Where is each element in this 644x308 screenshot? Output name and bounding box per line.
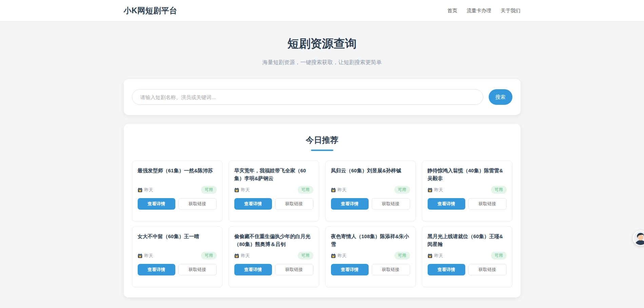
- drama-meta: 昨天 可用: [234, 252, 313, 259]
- status-badge: 可用: [201, 252, 217, 259]
- calendar-icon: [331, 188, 336, 192]
- drama-title: 夜色寄情人（108集）陈添祥&朱小雪: [331, 232, 410, 248]
- calendar-icon: [138, 253, 142, 258]
- get-link-button[interactable]: 获取链接: [372, 198, 410, 210]
- drama-title: 静待惊鸿入翁慌（40集）陈雷雷&吴毅非: [428, 167, 507, 182]
- top-navbar: 小K网短剧平台 首页 流量卡办理 关于我们: [0, 0, 644, 21]
- status-badge: 可用: [394, 252, 410, 259]
- hero-section: 短剧资源查询 海量短剧资源，一键搜索获取，让短剧搜索更简单: [0, 21, 644, 66]
- drama-meta: 昨天 可用: [234, 186, 313, 194]
- drama-actions: 查看详情 获取链接: [234, 198, 313, 210]
- calendar-icon: [331, 253, 336, 258]
- drama-date: 昨天: [241, 187, 250, 193]
- page-title: 短剧资源查询: [0, 36, 644, 52]
- drama-actions: 查看详情 获取链接: [428, 264, 507, 275]
- view-detail-button[interactable]: 查看详情: [331, 264, 369, 275]
- drama-date: 昨天: [338, 253, 347, 259]
- drama-card: 最强发型师（61集）一然&陈沛苏 昨天 可用 查看详情 获取链接: [132, 160, 222, 222]
- drama-grid: 最强发型师（61集）一然&陈沛苏 昨天 可用 查看详情 获取链接 旱灾荒年，我福…: [132, 160, 512, 287]
- drama-card: 女大不中留（60集）王一晴 昨天 可用 查看详情 获取链接: [132, 226, 222, 287]
- drama-meta: 昨天 可用: [138, 252, 217, 259]
- title-underline: [311, 150, 333, 151]
- recommend-title: 今日推荐: [132, 135, 512, 146]
- get-link-button[interactable]: 获取链接: [275, 198, 313, 210]
- get-link-button[interactable]: 获取链接: [468, 264, 507, 275]
- status-badge: 可用: [491, 186, 507, 194]
- drama-actions: 查看详情 获取链接: [138, 264, 217, 275]
- drama-card: 旱灾荒年，我福娃带飞全家（60集）李明&萨钢云 昨天 可用 查看详情 获取链接: [229, 160, 319, 222]
- drama-card: 偷偷藏不住重生偏执少年的白月光（80集）熊奥博＆吕钊 昨天 可用 查看详情 获取…: [229, 226, 319, 287]
- drama-card: 夜色寄情人（108集）陈添祥&朱小雪 昨天 可用 查看详情 获取链接: [325, 226, 416, 287]
- main-nav: 首页 流量卡办理 关于我们: [447, 7, 521, 14]
- calendar-icon: [234, 253, 239, 258]
- drama-date: 昨天: [144, 187, 153, 193]
- drama-meta: 昨天 可用: [138, 186, 217, 194]
- customer-service-avatar[interactable]: [633, 230, 644, 246]
- get-link-button[interactable]: 获取链接: [275, 264, 313, 275]
- drama-actions: 查看详情 获取链接: [138, 198, 217, 210]
- calendar-icon: [138, 188, 142, 192]
- search-input[interactable]: [132, 89, 483, 105]
- get-link-button[interactable]: 获取链接: [468, 198, 507, 210]
- drama-title: 黑月光上线请就位（60集）王瑾&闵星翰: [428, 232, 507, 248]
- drama-date: 昨天: [338, 187, 347, 193]
- drama-meta: 昨天 可用: [331, 252, 410, 259]
- drama-meta: 昨天 可用: [428, 186, 507, 194]
- view-detail-button[interactable]: 查看详情: [138, 264, 175, 275]
- drama-title: 凤归云（60集）刘昱展&孙梓铖: [331, 167, 410, 182]
- drama-title: 女大不中留（60集）王一晴: [138, 232, 217, 248]
- drama-date: 昨天: [434, 187, 443, 193]
- recommend-section: 今日推荐 最强发型师（61集）一然&陈沛苏 昨天 可用 查看详情 获取链接 旱灾…: [124, 124, 521, 297]
- view-detail-button[interactable]: 查看详情: [234, 198, 272, 210]
- view-detail-button[interactable]: 查看详情: [138, 198, 175, 210]
- status-badge: 可用: [394, 186, 410, 194]
- drama-meta: 昨天 可用: [428, 252, 507, 259]
- status-badge: 可用: [298, 186, 313, 194]
- status-badge: 可用: [298, 252, 313, 259]
- search-panel: 搜索: [124, 79, 521, 115]
- view-detail-button[interactable]: 查看详情: [234, 264, 272, 275]
- drama-card: 黑月光上线请就位（60集）王瑾&闵星翰 昨天 可用 查看详情 获取链接: [422, 226, 512, 287]
- status-badge: 可用: [491, 252, 507, 259]
- calendar-icon: [428, 188, 432, 192]
- nav-item-data-card[interactable]: 流量卡办理: [467, 7, 491, 14]
- drama-date: 昨天: [241, 253, 250, 259]
- drama-card: 凤归云（60集）刘昱展&孙梓铖 昨天 可用 查看详情 获取链接: [325, 160, 416, 222]
- drama-actions: 查看详情 获取链接: [331, 264, 410, 275]
- nav-item-about[interactable]: 关于我们: [501, 7, 521, 14]
- drama-title: 偷偷藏不住重生偏执少年的白月光（80集）熊奥博＆吕钊: [234, 232, 313, 248]
- get-link-button[interactable]: 获取链接: [178, 264, 217, 275]
- drama-title: 最强发型师（61集）一然&陈沛苏: [138, 167, 217, 182]
- status-badge: 可用: [201, 186, 217, 194]
- get-link-button[interactable]: 获取链接: [372, 264, 410, 275]
- drama-actions: 查看详情 获取链接: [428, 198, 507, 210]
- site-logo[interactable]: 小K网短剧平台: [124, 5, 177, 16]
- page-subtitle: 海量短剧资源，一键搜索获取，让短剧搜索更简单: [0, 59, 644, 66]
- get-link-button[interactable]: 获取链接: [178, 198, 217, 210]
- view-detail-button[interactable]: 查看详情: [428, 264, 465, 275]
- drama-actions: 查看详情 获取链接: [234, 264, 313, 275]
- nav-item-home[interactable]: 首页: [447, 7, 457, 14]
- drama-meta: 昨天 可用: [331, 186, 410, 194]
- drama-actions: 查看详情 获取链接: [331, 198, 410, 210]
- search-button[interactable]: 搜索: [489, 89, 512, 105]
- view-detail-button[interactable]: 查看详情: [331, 198, 369, 210]
- avatar-illustration: [634, 231, 644, 245]
- calendar-icon: [428, 253, 432, 258]
- drama-date: 昨天: [144, 253, 153, 259]
- drama-date: 昨天: [434, 253, 443, 259]
- drama-title: 旱灾荒年，我福娃带飞全家（60集）李明&萨钢云: [234, 167, 313, 182]
- drama-card: 静待惊鸿入翁慌（40集）陈雷雷&吴毅非 昨天 可用 查看详情 获取链接: [422, 160, 512, 222]
- calendar-icon: [234, 188, 239, 192]
- view-detail-button[interactable]: 查看详情: [428, 198, 465, 210]
